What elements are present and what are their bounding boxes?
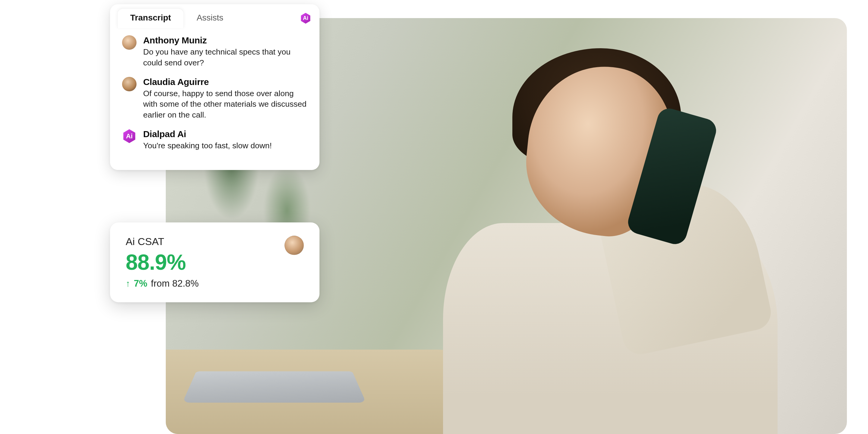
transcript-entry: Ai Dialpad Ai You're speaking too fast, … — [122, 129, 307, 151]
csat-value: 88.9% — [126, 250, 277, 275]
csat-card: Ai CSAT 88.9% ↑ 7% from 82.8% — [110, 222, 319, 302]
csat-delta: ↑ 7% from 82.8% — [126, 278, 277, 289]
transcript-entry: Anthony Muniz Do you have any technical … — [122, 35, 307, 68]
speaker-text: You're speaking too fast, slow down! — [143, 141, 307, 151]
transcript-panel: Transcript Assists Ai Anthony Muniz Do y… — [110, 4, 319, 170]
person-figure — [386, 30, 778, 434]
speaker-name: Anthony Muniz — [143, 35, 307, 45]
csat-title: Ai CSAT — [126, 236, 277, 247]
speaker-text: Do you have any technical specs that you… — [143, 47, 307, 68]
avatar — [122, 35, 136, 50]
speaker-name: Claudia Aguirre — [143, 77, 307, 87]
tabs-row: Transcript Assists Ai — [110, 4, 319, 28]
transcript-body: Anthony Muniz Do you have any technical … — [110, 28, 319, 151]
avatar — [122, 77, 136, 91]
speaker-name: Dialpad Ai — [143, 129, 307, 139]
speaker-text: Of course, happy to send those over alon… — [143, 88, 307, 121]
arrow-up-icon: ↑ — [126, 278, 130, 289]
tab-transcript[interactable]: Transcript — [117, 8, 184, 28]
csat-delta-from: from 82.8% — [151, 278, 199, 289]
laptop-decor — [182, 371, 366, 403]
csat-delta-percent: 7% — [134, 278, 147, 289]
tab-assists[interactable]: Assists — [184, 9, 236, 28]
ai-badge-icon: Ai — [300, 12, 312, 24]
ai-avatar-icon: Ai — [122, 129, 136, 144]
csat-avatar — [284, 236, 304, 255]
transcript-entry: Claudia Aguirre Of course, happy to send… — [122, 77, 307, 121]
